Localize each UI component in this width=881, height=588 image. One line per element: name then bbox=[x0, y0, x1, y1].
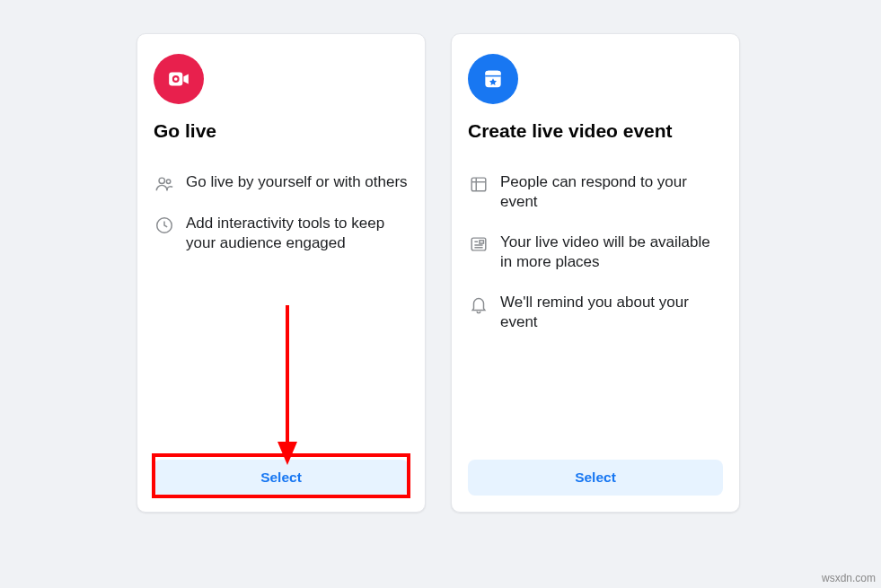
feature-text: Your live video will be available in mor… bbox=[500, 233, 723, 273]
go-live-card: Go live Go live by yourself or with othe… bbox=[137, 33, 426, 513]
feature-item: Your live video will be available in mor… bbox=[468, 233, 723, 273]
video-camera-icon bbox=[154, 54, 204, 104]
svg-rect-11 bbox=[480, 241, 484, 243]
feature-item: Go live by yourself or with others bbox=[154, 172, 409, 194]
feature-text: People can respond to your event bbox=[500, 172, 723, 213]
people-icon bbox=[154, 172, 175, 194]
svg-point-4 bbox=[166, 180, 170, 183]
calendar-star-icon bbox=[468, 54, 518, 104]
svg-point-3 bbox=[159, 178, 164, 183]
bell-icon bbox=[468, 293, 489, 314]
feature-text: Add interactivity tools to keep your aud… bbox=[186, 214, 409, 254]
svg-rect-8 bbox=[485, 75, 500, 77]
news-icon bbox=[468, 233, 489, 254]
feature-list: Go live by yourself or with others Add i… bbox=[154, 172, 409, 254]
clock-icon bbox=[154, 214, 175, 235]
feature-item: We'll remind you about your event bbox=[468, 293, 723, 333]
card-title: Go live bbox=[154, 120, 409, 142]
feature-list: People can respond to your event Your li… bbox=[468, 172, 723, 333]
select-button[interactable]: Select bbox=[154, 460, 409, 496]
svg-rect-9 bbox=[471, 178, 486, 191]
create-event-card: Create live video event People can respo… bbox=[451, 33, 740, 513]
watermark: wsxdn.com bbox=[822, 572, 876, 584]
feature-item: People can respond to your event bbox=[468, 172, 723, 213]
svg-point-2 bbox=[174, 77, 178, 81]
card-title: Create live video event bbox=[468, 120, 723, 142]
svg-rect-7 bbox=[485, 71, 500, 75]
feature-text: We'll remind you about your event bbox=[500, 293, 723, 333]
select-button[interactable]: Select bbox=[468, 460, 723, 496]
card-container: Go live Go live by yourself or with othe… bbox=[0, 0, 881, 513]
feature-text: Go live by yourself or with others bbox=[186, 172, 408, 192]
calendar-icon bbox=[468, 172, 489, 194]
feature-item: Add interactivity tools to keep your aud… bbox=[154, 214, 409, 254]
